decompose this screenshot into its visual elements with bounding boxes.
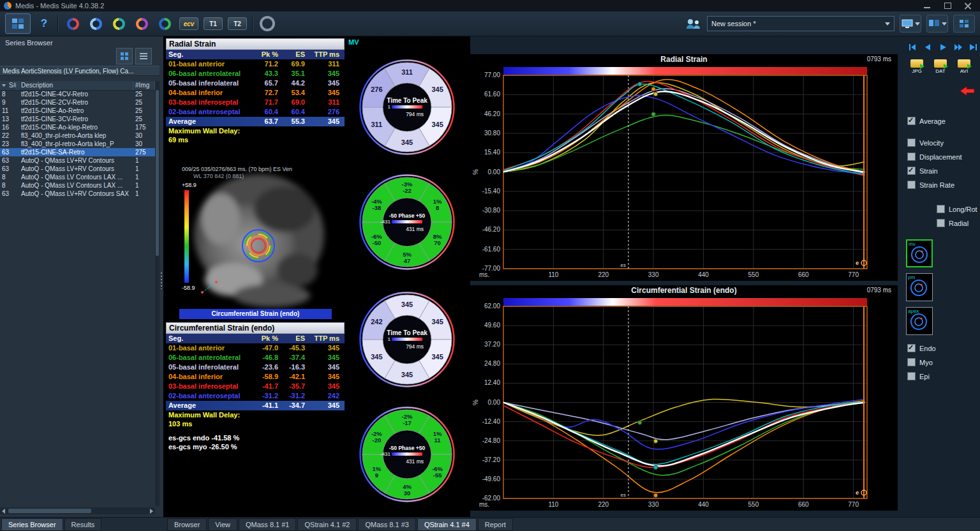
list-view-button[interactable] [135, 48, 152, 64]
svg-text:431 ms: 431 ms [406, 226, 424, 232]
level-thumbnail-apex[interactable]: apex [906, 307, 933, 335]
app-icon-group [63, 15, 174, 33]
previous-frame-button[interactable] [921, 41, 934, 53]
series-row[interactable]: 63tf2d15-CINE-SA-Retro275 [0, 148, 155, 156]
checkbox-strain[interactable]: Strain [907, 167, 962, 175]
delay-label: Maximum Wall Delay: [166, 126, 345, 135]
series-row[interactable]: 22fl3_400_thr-pl-retro-Aorta klep30 [0, 131, 155, 140]
series-row[interactable]: 16tf2d15-CINE-Ao-klep-Retro175 [0, 123, 155, 131]
app-icon-3[interactable] [109, 15, 128, 33]
checkbox-strain-rate[interactable]: Strain Rate [907, 181, 962, 189]
series-table-header[interactable]: S# Description #Img [0, 81, 155, 91]
vertical-scrollbar[interactable] [155, 81, 160, 506]
app-icon-5[interactable] [155, 15, 174, 33]
svg-text:345: 345 [401, 138, 413, 146]
thumbnail-view-button[interactable] [116, 48, 133, 64]
first-frame-button[interactable] [906, 41, 919, 53]
scale-max-label: +58.9 [182, 182, 197, 188]
chart-time-label: 0793 ms [867, 56, 891, 63]
level-thumbnail-pm[interactable]: pm [906, 273, 933, 301]
app-swirl-icon [136, 18, 148, 30]
help-button[interactable]: ? [36, 17, 52, 30]
tab-qstrain-4-1-4[interactable]: QStrain 4.1 #4 [417, 518, 477, 531]
ring-icon [260, 16, 275, 31]
red-left-arrow-icon [960, 86, 975, 96]
series-row[interactable]: 63AutoQ - QMass LV+RV Contours1 [0, 156, 155, 165]
view-layout-button[interactable] [900, 15, 921, 33]
column-series-number: S# [0, 81, 19, 90]
export-jpg-button[interactable]: JPG [907, 59, 926, 74]
strain-table-header: Seg.Pk %ESTTP ms [166, 334, 345, 343]
svg-text:660: 660 [798, 501, 809, 508]
scrollbar-thumb[interactable] [8, 509, 91, 513]
minimize-button[interactable] [923, 2, 932, 10]
svg-text:220: 220 [598, 501, 609, 508]
grid-layout-button[interactable] [953, 15, 975, 33]
app-icon-ecv[interactable]: ecv [179, 17, 198, 30]
circumferential-strain-chart[interactable]: Circumferential Strain (endo) 0793 ms 62… [470, 285, 898, 511]
checkbox-label: Average [919, 117, 946, 125]
next-frame-button[interactable] [952, 41, 965, 53]
series-row[interactable]: 63AutoQ - QMass LV+RV Contours SAX1 [0, 190, 155, 198]
tab-results[interactable]: Results [64, 518, 102, 531]
scroll-right-icon[interactable] [150, 509, 153, 514]
checkbox-radial[interactable]: Radial [937, 219, 977, 227]
app-icon-t2[interactable]: T2 [228, 17, 247, 30]
split-layout-button[interactable] [926, 15, 948, 33]
checkbox-label: Long/Rot [949, 206, 977, 213]
series-row[interactable]: 8AutoQ - QMass LV Contours LAX ...1 [0, 173, 155, 181]
close-button[interactable] [963, 2, 972, 10]
tab-report[interactable]: Report [478, 518, 513, 531]
phase-bullseye-circumferential: -2%-171%11-6%-554%301%9-2%-20-50 Phase +… [348, 400, 466, 509]
checkbox-average[interactable]: Average [907, 117, 946, 125]
checkbox-displacement[interactable]: Displacement [907, 153, 962, 161]
app-icon-4[interactable] [132, 15, 151, 33]
export-dat-button[interactable]: DAT [931, 59, 950, 74]
tab-qmass-8-1-3[interactable]: QMass 8.1 #3 [358, 518, 415, 531]
level-thumbnail-mv[interactable]: mv [906, 239, 933, 267]
tab-qmass-8-1-1[interactable]: QMass 8.1 #1 [239, 518, 296, 531]
tab-browser[interactable]: Browser [167, 518, 207, 531]
series-row[interactable]: 23fl3_400_thr-pl-retro-Aorta klep_P30 [0, 140, 155, 148]
series-row[interactable]: 9tf2d15-CINE-2CV-Retro25 [0, 98, 155, 107]
series-row[interactable]: 63AutoQ - QMass LV+RV Contours1 [0, 165, 155, 173]
tab-qstrain-4-1-2[interactable]: QStrain 4.1 #2 [297, 518, 357, 531]
maximize-button[interactable] [943, 2, 952, 10]
chart-plot[interactable]: 62.0049.6037.2024.8012.400.00-12.40-24.8… [470, 296, 898, 510]
tab-view[interactable]: View [208, 518, 237, 531]
study-header[interactable]: Medis AorticStenosis (LV Function, Flow)… [0, 66, 160, 76]
session-users-icon[interactable] [685, 18, 702, 29]
svg-text:-49.60: -49.60 [482, 475, 501, 482]
app-icon-t1[interactable]: T1 [204, 17, 223, 30]
gcs-value: es-gcs endo -41.58 % [166, 433, 345, 442]
mri-viewport[interactable]: 009/25 035/0276/863 ms. (70 bpm) ES Ven … [179, 165, 332, 319]
checkbox-endo[interactable]: Endo [907, 344, 936, 352]
checkbox-long-rot[interactable]: Long/Rot [937, 205, 977, 213]
scrollbar-thumb[interactable] [156, 90, 159, 256]
scroll-left-icon[interactable] [2, 509, 5, 514]
scrollbar-track[interactable] [7, 508, 148, 514]
tab-series-browser[interactable]: Series Browser [1, 518, 63, 531]
app-icon-2[interactable] [86, 15, 105, 33]
app-icon-ring[interactable] [258, 15, 277, 33]
session-dropdown[interactable]: New session * [707, 16, 895, 31]
checkbox-velocity[interactable]: Velocity [907, 138, 962, 147]
checkbox-myo[interactable]: Myo [907, 358, 936, 366]
series-row[interactable]: 8AutoQ - QMass LV Contours LAX ...1 [0, 181, 155, 190]
svg-text:345: 345 [401, 371, 413, 378]
series-row[interactable]: 8tf2d15-CINE-4CV-Retro25 [0, 90, 155, 98]
checkbox-label: Epi [919, 373, 930, 380]
checkbox-epi[interactable]: Epi [907, 372, 936, 380]
last-frame-button[interactable] [967, 41, 980, 53]
app-icon-1[interactable] [63, 15, 82, 33]
chart-plot[interactable]: 77.0061.6046.2030.8015.400.00-15.40-30.8… [470, 65, 898, 280]
series-row[interactable]: 13tf2d15-CINE-3CV-Retro25 [0, 115, 155, 123]
radial-strain-chart[interactable]: Radial Strain 0793 ms 77.0061.6046.2030.… [470, 54, 898, 281]
layout-manager-button[interactable] [5, 13, 31, 34]
export-avi-button[interactable]: AVI [954, 59, 974, 74]
svg-text:30.80: 30.80 [484, 130, 500, 137]
horizontal-scrollbar[interactable] [0, 507, 155, 514]
back-arrow-button[interactable] [960, 86, 975, 98]
play-button[interactable] [937, 41, 949, 53]
series-row[interactable]: 11tf2d15-CINE-Ao-Retro25 [0, 107, 155, 115]
